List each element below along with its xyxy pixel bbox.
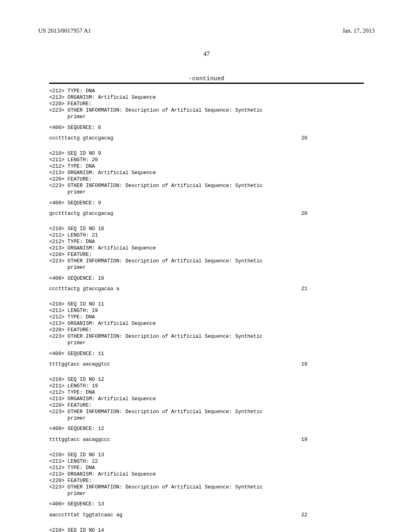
spacer xyxy=(49,357,364,361)
listing-line: <213> ORGANISM: Artificial Sequence xyxy=(49,471,364,478)
sequence-label: <400> SEQUENCE: 8 xyxy=(49,125,364,131)
listing-line: <223> OTHER INFORMATION: Description of … xyxy=(49,107,364,114)
spacer xyxy=(49,131,364,135)
publication-date: Jan. 17, 2013 xyxy=(342,27,375,34)
listing-line: <211> LENGTH: 22 xyxy=(49,458,364,465)
listing-line: <213> ORGANISM: Artificial Sequence xyxy=(49,94,364,101)
sequence-length-number: 19 xyxy=(301,436,364,443)
page-container: US 2013/0017957 A1 Jan. 17, 2013 47 -con… xyxy=(0,0,413,532)
spacer xyxy=(49,196,364,200)
spacer xyxy=(49,518,364,527)
sequence-row: ttttggtacc aacaggtcc19 xyxy=(49,361,364,368)
listing-line: <211> LENGTH: 19 xyxy=(49,383,364,389)
listing-line: <212> TYPE: DNA xyxy=(49,314,364,320)
listing-line: <210> SEQ ID NO 13 xyxy=(49,452,364,458)
sequence-label: <400> SEQUENCE: 11 xyxy=(49,351,364,357)
spacer xyxy=(49,347,364,351)
listing-line: <212> TYPE: DNA xyxy=(49,163,364,170)
sequence-length-number: 20 xyxy=(301,135,364,141)
sequence-text: ccctttactg gtaccgacaa a xyxy=(49,286,119,292)
sequence-row: ttttggtacc aacaggccc19 xyxy=(49,436,364,443)
sequence-length-number: 20 xyxy=(301,210,364,217)
listing-line: <220> FEATURE: xyxy=(49,478,364,484)
listing-line: <211> LENGTH: 19 xyxy=(49,308,364,314)
sequence-label: <400> SEQUENCE: 10 xyxy=(49,275,364,282)
listing-line: <220> FEATURE: xyxy=(49,327,364,333)
spacer xyxy=(49,271,364,275)
sequence-row: gcctttactg gtaccgacag20 xyxy=(49,210,364,217)
sequence-row: ccctttactg gtaccgacaa a21 xyxy=(49,286,364,292)
listing-line: primer xyxy=(49,264,364,271)
listing-line: primer xyxy=(49,189,364,195)
listing-line: <213> ORGANISM: Artificial Sequence xyxy=(49,320,364,327)
listing-line: <210> SEQ ID NO 10 xyxy=(49,226,364,232)
listing-line: <223> OTHER INFORMATION: Description of … xyxy=(49,409,364,415)
sequence-length-number: 19 xyxy=(301,361,364,368)
spacer xyxy=(49,368,364,376)
sequence-text: ttttggtacc aacaggccc xyxy=(49,436,110,443)
listing-line: <223> OTHER INFORMATION: Description of … xyxy=(49,258,364,264)
sequence-text: aaccctttat tggtatcaac ag xyxy=(49,512,122,518)
spacer xyxy=(49,206,364,210)
listing-line: <223> OTHER INFORMATION: Description of … xyxy=(49,333,364,340)
page-number: 47 xyxy=(38,50,375,58)
listing-line: <220> FEATURE: xyxy=(49,176,364,183)
listing-line: <212> TYPE: DNA xyxy=(49,389,364,396)
listing-line: <213> ORGANISM: Artificial Sequence xyxy=(49,170,364,176)
listing-line: <212> TYPE: DNA xyxy=(49,88,364,94)
spacer xyxy=(49,217,364,226)
sequence-text: ttttggtacc aacaggtcc xyxy=(49,361,110,368)
spacer xyxy=(49,497,364,501)
listing-line: <210> SEQ ID NO 14 xyxy=(49,527,364,532)
page-header: US 2013/0017957 A1 Jan. 17, 2013 xyxy=(38,27,375,34)
listing-line: <210> SEQ ID NO 11 xyxy=(49,301,364,308)
sequence-text: ccctttactg gtaccgacag xyxy=(49,135,113,141)
listing-line: primer xyxy=(49,114,364,120)
sequence-label: <400> SEQUENCE: 9 xyxy=(49,200,364,206)
listing-line: <211> LENGTH: 20 xyxy=(49,157,364,163)
sequence-listing: <212> TYPE: DNA<213> ORGANISM: Artificia… xyxy=(49,88,364,532)
sequence-label: <400> SEQUENCE: 13 xyxy=(49,501,364,507)
spacer xyxy=(49,121,364,125)
listing-line: <210> SEQ ID NO 12 xyxy=(49,376,364,383)
listing-line: <223> OTHER INFORMATION: Description of … xyxy=(49,183,364,189)
spacer xyxy=(49,508,364,512)
spacer xyxy=(49,141,364,150)
spacer xyxy=(49,432,364,436)
sequence-row: aaccctttat tggtatcaac ag22 xyxy=(49,512,364,518)
listing-line: <223> OTHER INFORMATION: Description of … xyxy=(49,484,364,490)
listing-line: <220> FEATURE: xyxy=(49,402,364,409)
sequence-label: <400> SEQUENCE: 12 xyxy=(49,426,364,432)
horizontal-rule xyxy=(49,83,364,84)
listing-line: <211> LENGTH: 21 xyxy=(49,232,364,239)
spacer xyxy=(49,422,364,426)
listing-line: <210> SEQ ID NO 9 xyxy=(49,150,364,157)
sequence-row: ccctttactg gtaccgacag20 xyxy=(49,135,364,141)
listing-line: primer xyxy=(49,340,364,346)
spacer xyxy=(49,282,364,286)
spacer xyxy=(49,292,364,301)
listing-line: primer xyxy=(49,415,364,422)
sequence-text: gcctttactg gtaccgacag xyxy=(49,210,113,217)
listing-line: <212> TYPE: DNA xyxy=(49,465,364,471)
continued-label: -continued xyxy=(38,75,375,82)
sequence-length-number: 22 xyxy=(301,512,364,518)
sequence-length-number: 21 xyxy=(301,286,364,292)
listing-line: <220> FEATURE: xyxy=(49,251,364,258)
listing-line: <212> TYPE: DNA xyxy=(49,239,364,245)
listing-line: primer xyxy=(49,490,364,497)
listing-line: <220> FEATURE: xyxy=(49,101,364,107)
listing-line: <213> ORGANISM: Artificial Sequence xyxy=(49,245,364,251)
publication-number: US 2013/0017957 A1 xyxy=(38,27,91,34)
spacer xyxy=(49,443,364,452)
listing-line: <213> ORGANISM: Artificial Sequence xyxy=(49,396,364,402)
